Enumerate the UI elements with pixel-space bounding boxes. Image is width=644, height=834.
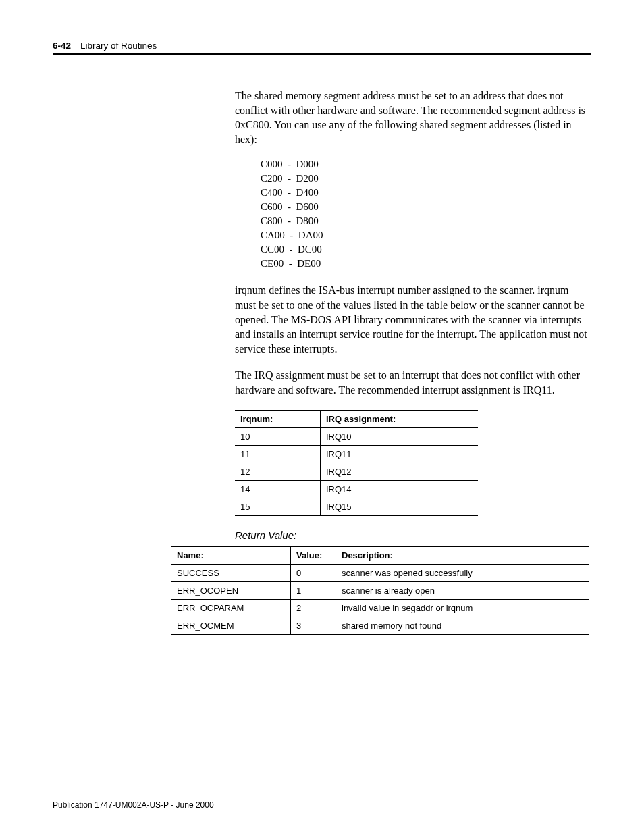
paragraph-irqnum: irqnum defines the ISA-bus interrupt num… xyxy=(235,283,591,356)
rv-value: 3 xyxy=(291,617,336,634)
irq-assignment: IRQ14 xyxy=(320,480,478,498)
rv-desc: scanner is already open xyxy=(336,581,589,599)
publication-footer: Publication 1747-UM002A-US-P - June 2000 xyxy=(53,800,214,810)
address-row: C400 - D400 xyxy=(261,187,591,199)
rv-name: SUCCESS xyxy=(171,564,291,581)
address-row: CE00 - DE00 xyxy=(261,258,591,269)
address-list: C000 - D000 C200 - D200 C400 - D400 C600… xyxy=(261,159,591,269)
irq-header-num: irqnum: xyxy=(235,410,320,427)
table-row: 11 IRQ11 xyxy=(235,445,478,463)
rv-name: ERR_OCOPEN xyxy=(171,581,291,599)
table-row: 10 IRQ10 xyxy=(235,427,478,445)
rv-name: ERR_OCPARAM xyxy=(171,599,291,617)
rv-desc: scanner was opened successfully xyxy=(336,564,589,581)
rv-header-value: Value: xyxy=(291,546,336,564)
table-row: 14 IRQ14 xyxy=(235,480,478,498)
irq-table: irqnum: IRQ assignment: 10 IRQ10 11 IRQ1… xyxy=(235,410,478,516)
address-row: C200 - D200 xyxy=(261,173,591,184)
irq-header-assignment: IRQ assignment: xyxy=(320,410,478,427)
irq-num: 15 xyxy=(235,498,320,515)
irq-assignment: IRQ12 xyxy=(320,463,478,480)
table-row: ERR_OCOPEN 1 scanner is already open xyxy=(171,581,589,599)
irq-num: 10 xyxy=(235,427,320,445)
irq-assignment: IRQ15 xyxy=(320,498,478,515)
rv-header-desc: Description: xyxy=(336,546,589,564)
return-value-table: Name: Value: Description: SUCCESS 0 scan… xyxy=(171,546,589,635)
irq-assignment: IRQ11 xyxy=(320,445,478,463)
page-number: 6-42 xyxy=(53,41,71,51)
paragraph-shared-memory: The shared memory segment address must b… xyxy=(235,88,591,147)
rv-header-name: Name: xyxy=(171,546,291,564)
rv-value: 2 xyxy=(291,599,336,617)
irq-num: 12 xyxy=(235,463,320,480)
table-row: 15 IRQ15 xyxy=(235,498,478,515)
table-row: 12 IRQ12 xyxy=(235,463,478,480)
table-row: ERR_OCMEM 3 shared memory not found xyxy=(171,617,589,634)
irq-num: 14 xyxy=(235,480,320,498)
page-header: 6-42 Library of Routines xyxy=(53,41,591,55)
address-row: CA00 - DA00 xyxy=(261,230,591,241)
rv-name: ERR_OCMEM xyxy=(171,617,291,634)
address-row: C800 - D800 xyxy=(261,215,591,227)
irq-num: 11 xyxy=(235,445,320,463)
table-row: ERR_OCPARAM 2 invalid value in segaddr o… xyxy=(171,599,589,617)
rv-value: 0 xyxy=(291,564,336,581)
irq-assignment: IRQ10 xyxy=(320,427,478,445)
paragraph-irq-assignment: The IRQ assignment must be set to an int… xyxy=(235,368,591,397)
rv-desc: shared memory not found xyxy=(336,617,589,634)
page-title: Library of Routines xyxy=(80,41,157,51)
table-row: SUCCESS 0 scanner was opened successfull… xyxy=(171,564,589,581)
address-row: CC00 - DC00 xyxy=(261,244,591,255)
address-row: C000 - D000 xyxy=(261,159,591,170)
address-row: C600 - D600 xyxy=(261,201,591,213)
return-value-title: Return Value: xyxy=(235,529,591,541)
rv-desc: invalid value in segaddr or irqnum xyxy=(336,599,589,617)
rv-value: 1 xyxy=(291,581,336,599)
